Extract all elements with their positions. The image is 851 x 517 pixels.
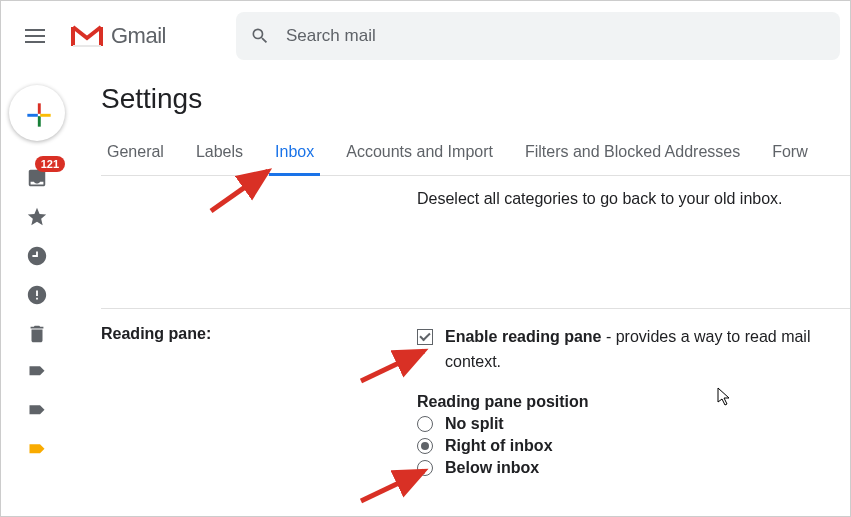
gmail-wordmark: Gmail (111, 23, 166, 49)
important-rail-item[interactable] (25, 283, 49, 307)
search-input[interactable] (286, 26, 826, 46)
search-icon (250, 26, 270, 46)
enable-reading-pane-checkbox[interactable] (417, 329, 433, 345)
radio-selected-dot (421, 442, 429, 450)
starred-rail-item[interactable] (25, 205, 49, 229)
svg-rect-0 (38, 103, 41, 114)
main-menu-button[interactable] (11, 12, 59, 60)
radio-below-label: Below inbox (445, 459, 539, 477)
main-content: Settings General Labels Inbox Accounts a… (73, 71, 850, 477)
enable-reading-pane-text: Enable reading pane - provides a way to … (445, 325, 850, 375)
radio-below-inbox[interactable] (417, 460, 433, 476)
tab-general[interactable]: General (101, 143, 170, 175)
reading-pane-position-title: Reading pane position (417, 393, 850, 411)
category-rail-item-1[interactable] (25, 361, 49, 385)
category-rail-item-3[interactable] (25, 439, 49, 463)
reading-pane-label: Reading pane: (101, 325, 417, 477)
snoozed-rail-item[interactable] (25, 244, 49, 268)
inbox-badge: 121 (35, 156, 65, 172)
inbox-rail-item[interactable]: 121 (25, 166, 49, 190)
tab-filters[interactable]: Filters and Blocked Addresses (519, 143, 746, 175)
svg-rect-2 (27, 114, 37, 117)
checkmark-icon (419, 330, 430, 341)
divider (101, 308, 850, 309)
hamburger-icon (25, 29, 45, 43)
deselect-note: Deselect all categories to go back to yo… (417, 190, 850, 208)
svg-rect-3 (40, 114, 50, 117)
compose-button[interactable] (9, 85, 65, 141)
settings-tabs: General Labels Inbox Accounts and Import… (101, 143, 850, 176)
header: Gmail (1, 1, 850, 71)
search-bar[interactable] (236, 12, 840, 60)
radio-right-of-inbox[interactable] (417, 438, 433, 454)
trash-rail-item[interactable] (25, 322, 49, 346)
left-rail: 121 (1, 71, 73, 477)
radio-right-label: Right of inbox (445, 437, 553, 455)
gmail-icon (71, 24, 103, 48)
radio-no-split[interactable] (417, 416, 433, 432)
tab-accounts[interactable]: Accounts and Import (340, 143, 499, 175)
category-rail-item-2[interactable] (25, 400, 49, 424)
tab-labels[interactable]: Labels (190, 143, 249, 175)
page-title: Settings (101, 83, 850, 115)
radio-no-split-label: No split (445, 415, 504, 433)
tab-forwarding[interactable]: Forw (766, 143, 814, 175)
tab-inbox[interactable]: Inbox (269, 143, 320, 176)
plus-icon (25, 101, 49, 125)
gmail-logo[interactable]: Gmail (71, 23, 166, 49)
svg-rect-1 (38, 116, 41, 127)
